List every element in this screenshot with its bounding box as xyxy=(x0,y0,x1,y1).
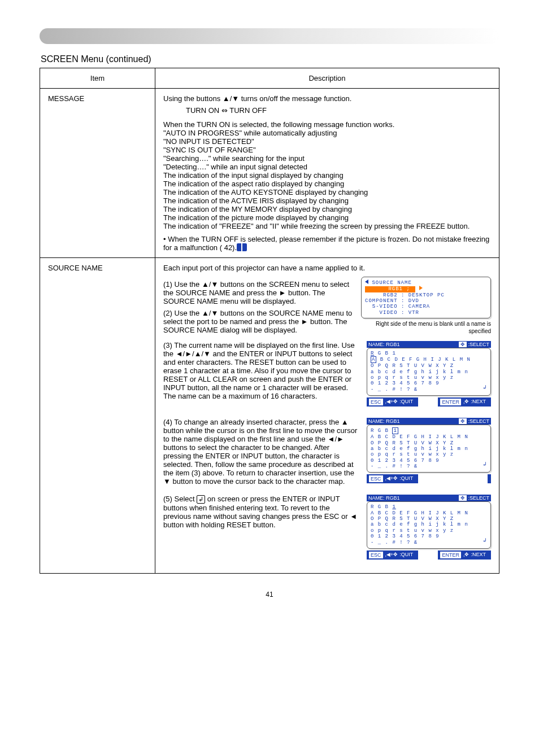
charmap-line: - _ . # ! ? & ↲ xyxy=(371,464,487,470)
message-bullet: The indication of the aspect ratio displ… xyxy=(163,180,491,188)
message-bullet: "NO INPUT IS DETECTED" xyxy=(163,137,491,146)
section-title: SCREEN Menu (continued) xyxy=(41,54,499,64)
charmap-line: a b c d e f g h i j k l m n xyxy=(371,369,487,375)
message-bullet: The indication of "FREEZE" and "II" whil… xyxy=(163,222,491,230)
menu-caption: Right side of the menu is blank until a … xyxy=(361,321,491,335)
message-bullet: The indication of the ACTIVE IRIS displa… xyxy=(163,196,491,205)
charmap-line: A B C D E F G H I J K L M N xyxy=(371,356,487,363)
sn-step5: (5) Select ↲ on screen or press the ENTE… xyxy=(163,495,359,529)
page-number: 41 xyxy=(40,591,499,598)
message-bullet: The indication of the input signal displ… xyxy=(163,171,491,180)
message-bullet: "SYNC IS OUT OF RANGE" xyxy=(163,146,491,154)
menu-row: VIDEO : VTR xyxy=(365,310,487,316)
dialog-1: NAME: RGB1✥ :SELECT R G B 1 A B C D E F … xyxy=(367,341,491,407)
message-on-intro: When the TURN ON is selected, the follow… xyxy=(163,120,491,129)
sn-step3: (3) The current name will be displayed o… xyxy=(163,341,359,400)
dialog-3: NAME: RGB1✥ :SELECT R G B 1 A B C D E F … xyxy=(367,495,491,560)
message-bullet: "Detecting…." while an input signal dete… xyxy=(163,163,491,171)
sn-step1: (1) Use the ▲/▼ buttons on the SCREEN me… xyxy=(163,280,353,305)
sn-step4: (4) To change an already inserted charac… xyxy=(163,418,359,486)
charmap-line: A B C D E F G H I J K L M N xyxy=(371,510,487,516)
dialog-2: NAME: RGB1✥ :SELECT R G B 1 A B C D E F … xyxy=(367,418,491,483)
sn-intro: Each input port of this projector can ha… xyxy=(163,264,491,272)
source-name-menu: SOURCE NAME RGB1 ; RGB2 : DESKTOP PC COM… xyxy=(361,277,491,318)
charmap-line: o p q r s t u v w x y z xyxy=(371,528,487,534)
item-message: MESSAGE xyxy=(40,89,155,258)
desc-message: Using the buttons ▲/▼ turns on/off the m… xyxy=(155,89,499,258)
charmap-line: O P Q R S T U V W X Y Z xyxy=(371,363,487,369)
charmap-line: 0 1 2 3 4 5 6 7 8 9 xyxy=(371,381,487,386)
message-bullet: The indication of the picture mode displ… xyxy=(163,213,491,222)
charmap-line: 0 1 2 3 4 5 6 7 8 9 xyxy=(371,458,487,464)
charmap-line: a b c d e f g h i j k l m n xyxy=(371,522,487,527)
book-icon xyxy=(237,243,247,251)
charmap-line: 0 1 2 3 4 5 6 7 8 9 xyxy=(371,534,487,539)
message-intro: Using the buttons ▲/▼ turns on/off the m… xyxy=(163,94,491,103)
enter-icon: ↲ xyxy=(197,495,205,504)
message-bullets: "AUTO IN PROGRESS" while automatically a… xyxy=(163,129,491,230)
th-desc: Description xyxy=(155,68,499,89)
message-bullet: "Searching…." while searching for the in… xyxy=(163,154,491,163)
settings-table: Item Description MESSAGE Using the butto… xyxy=(40,68,499,574)
charmap-line: O P Q R S T U V W X Y Z xyxy=(371,516,487,522)
charmap-line: o p q r s t u v w x y z xyxy=(371,375,487,381)
charmap-line: a b c d e f g h i j k l m n xyxy=(371,446,487,452)
charmap-line: - _ . # ! ? & ↲ xyxy=(371,540,487,547)
item-sourcename: SOURCE NAME xyxy=(40,258,155,574)
charmap-line: o p q r s t u v w x y z xyxy=(371,452,487,457)
sn-step2: (2) Use the ▲/▼ buttons on the SOURCE NA… xyxy=(163,309,353,334)
section-header-bar xyxy=(40,28,499,44)
charmap-line: - _ . # ! ? & ↲ xyxy=(371,387,487,394)
th-item: Item xyxy=(40,68,155,89)
charmap-line: A B C D E F G H I J K L M N xyxy=(371,434,487,440)
desc-sourcename: Each input port of this projector can ha… xyxy=(155,258,499,574)
message-note: • When the TURN OFF is selected, please … xyxy=(163,235,491,252)
message-bullet: "AUTO IN PROGRESS" while automatically a… xyxy=(163,129,491,137)
charmap-line: O P Q R S T U V W X Y Z xyxy=(371,440,487,446)
menu-row: COMPONENT : DVD xyxy=(365,298,487,304)
menu-row: RGB1 ; xyxy=(365,286,487,292)
menu-row: S-VIDEO : CAMERA xyxy=(365,304,487,309)
menu-row: RGB2 : DESKTOP PC xyxy=(365,292,487,298)
message-bullet: The indication of the MY MEMORY displaye… xyxy=(163,205,491,213)
message-bullet: The indication of the AUTO KEYSTONE disp… xyxy=(163,188,491,196)
message-toggle: TURN ON ⇔ TURN OFF xyxy=(186,106,491,115)
